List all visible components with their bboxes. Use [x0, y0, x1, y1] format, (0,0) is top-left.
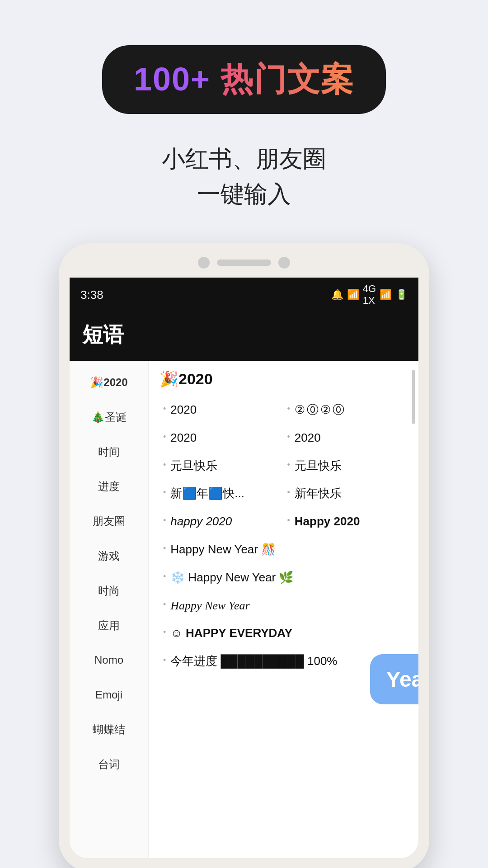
sidebar-item-time[interactable]: 时间 — [70, 435, 148, 470]
bullet-icon: • — [287, 460, 290, 470]
bullet-icon: • — [163, 656, 166, 665]
badge-text: 100+ 热门文案 — [134, 61, 354, 97]
popup-bubble: Year Pr — [370, 654, 418, 704]
item-text: 新🟦年🟦快... — [170, 486, 244, 501]
item-text: 新年快乐 — [295, 486, 342, 501]
item-text: happy 2020 — [170, 514, 232, 529]
sidebar-item-nomo[interactable]: Nomo — [70, 643, 148, 678]
sidebar-item-bow[interactable]: 蝴蝶结 — [70, 712, 148, 747]
header-section: 100+ 热门文案 小红书、朋友圈 一键输入 — [0, 0, 488, 230]
app-title: 短语 — [82, 321, 406, 349]
main-content: 🎉2020 • 2020 • ②⓪②⓪ • 2020 — [149, 361, 418, 858]
bell-icon: 🔔 — [331, 289, 343, 301]
bullet-icon: • — [163, 627, 166, 637]
signal-icon: 📶 — [380, 289, 392, 301]
item-text: 2020 — [170, 430, 197, 446]
bullet-icon: • — [163, 516, 166, 525]
sidebar-item-emoji[interactable]: Emoji — [70, 678, 148, 712]
badge-num: 100+ — [134, 61, 211, 97]
status-icons: 🔔 📶 4G1X 📶 🔋 — [331, 283, 408, 307]
list-item[interactable]: • 2020 — [160, 396, 284, 424]
badge-cn: 热门文案 — [221, 61, 354, 97]
list-item[interactable]: • 2020 — [160, 424, 284, 452]
section-title: 🎉2020 — [160, 370, 408, 388]
badge-pill: 100+ 热门文案 — [102, 45, 386, 114]
list-item[interactable]: • 新年快乐 — [284, 480, 408, 508]
bullet-icon: • — [163, 460, 166, 470]
list-item[interactable]: • ❄️ Happy New Year 🌿 — [160, 564, 408, 592]
item-text: Happy 2020 — [295, 514, 360, 529]
app-content: 🎉2020 🎄圣诞 时间 进度 朋友圈 游戏 时尚 应用 Nomo Emoji … — [70, 361, 418, 858]
list-item[interactable]: • 新🟦年🟦快... — [160, 480, 284, 508]
item-text: Happy New Year — [170, 598, 249, 613]
sidebar-item-fashion[interactable]: 时尚 — [70, 574, 148, 609]
list-item[interactable]: • Happy New Year 🎊 — [160, 536, 408, 564]
item-text: 2020 — [295, 430, 321, 446]
list-item[interactable]: • Happy New Year — [160, 592, 408, 620]
phone-frame: 3:38 🔔 📶 4G1X 📶 🔋 短语 🎉2020 🎄圣诞 时间 进度 朋友圈 — [59, 243, 429, 868]
wifi-icon: 📶 — [347, 289, 359, 301]
battery-icon: 🔋 — [395, 289, 408, 301]
item-text: 元旦快乐 — [170, 458, 217, 474]
camera — [198, 257, 210, 269]
phone-notch — [70, 257, 418, 278]
item-text: 元旦快乐 — [295, 458, 342, 474]
sidebar-item-games[interactable]: 游戏 — [70, 539, 148, 574]
status-bar: 3:38 🔔 📶 4G1X 📶 🔋 — [70, 278, 418, 312]
sidebar-item-xmas[interactable]: 🎄圣诞 — [70, 400, 148, 435]
scrollbar[interactable] — [412, 370, 415, 424]
camera2 — [278, 257, 290, 269]
sidebar-item-2020[interactable]: 🎉2020 — [70, 365, 148, 400]
list-item[interactable]: • happy 2020 — [160, 508, 284, 536]
bullet-icon: • — [287, 516, 290, 525]
sidebar-item-app[interactable]: 应用 — [70, 609, 148, 643]
sidebar-item-lines[interactable]: 台词 — [70, 747, 148, 782]
subtitle: 小红书、朋友圈 一键输入 — [162, 141, 326, 212]
bullet-icon: • — [163, 600, 166, 609]
progress-item-text: 今年进度 ██████████ 100% — [170, 654, 337, 669]
popup-text: Year Pr — [386, 667, 418, 691]
network-label: 4G1X — [363, 283, 376, 307]
bullet-icon: • — [287, 488, 290, 497]
item-text: ②⓪②⓪ — [295, 402, 346, 418]
speaker — [217, 259, 271, 266]
bullet-icon: • — [163, 432, 166, 442]
bullet-icon: • — [163, 544, 166, 553]
phone-mockup: 3:38 🔔 📶 4G1X 📶 🔋 短语 🎉2020 🎄圣诞 时间 进度 朋友圈 — [59, 243, 429, 868]
bullet-icon: • — [287, 404, 290, 414]
list-item[interactable]: • 元旦快乐 — [160, 452, 284, 480]
sidebar: 🎉2020 🎄圣诞 时间 进度 朋友圈 游戏 时尚 应用 Nomo Emoji … — [70, 361, 149, 858]
item-text: 2020 — [170, 402, 197, 418]
item-text: ☺ HAPPY EVERYDAY — [170, 626, 292, 641]
bullet-icon: • — [163, 488, 166, 497]
list-item[interactable]: • 2020 — [284, 424, 408, 452]
items-grid: • 2020 • ②⓪②⓪ • 2020 • 2020 — [160, 396, 408, 675]
bullet-icon: • — [287, 432, 290, 442]
sidebar-item-progress[interactable]: 进度 — [70, 469, 148, 504]
status-time: 3:38 — [80, 288, 103, 302]
bullet-icon: • — [163, 572, 166, 581]
list-item[interactable]: • ☺ HAPPY EVERYDAY — [160, 619, 408, 647]
app-header: 短语 — [70, 312, 418, 361]
list-item[interactable]: • Happy 2020 — [284, 508, 408, 536]
item-text: Happy New Year 🎊 — [170, 542, 276, 557]
list-item[interactable]: • ②⓪②⓪ — [284, 396, 408, 424]
bullet-icon: • — [163, 404, 166, 414]
sidebar-item-friends[interactable]: 朋友圈 — [70, 504, 148, 539]
item-text: ❄️ Happy New Year 🌿 — [170, 570, 293, 585]
list-item[interactable]: • 元旦快乐 — [284, 452, 408, 480]
